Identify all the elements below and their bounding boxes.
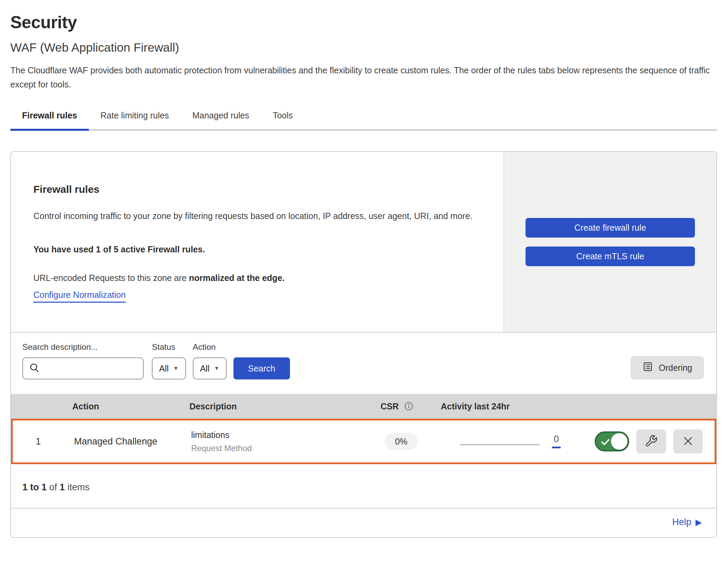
check-icon [600, 438, 611, 448]
edit-rule-button[interactable] [636, 429, 666, 453]
page-subtitle: WAF (Web Application Firewall) [10, 41, 717, 54]
firewall-rules-panel: Firewall rules Control incoming traffic … [10, 151, 717, 538]
chevron-down-icon: ▼ [214, 365, 219, 372]
header-activity: Activity last 24hr [441, 401, 581, 411]
header-description: Description [179, 401, 358, 411]
tab-tools[interactable]: Tools [261, 107, 304, 129]
rule-action: Managed Challenge [64, 436, 181, 447]
rule-expression: Request Method [191, 443, 360, 453]
action-dropdown-value: All [200, 364, 210, 374]
normalization-text-prefix: URL-encoded Requests to this zone are [33, 273, 189, 283]
rule-order: 1 [13, 436, 64, 447]
ordering-button-label: Ordering [659, 363, 692, 373]
card-body-text: Control incoming traffic to your zone by… [33, 208, 479, 224]
header-csr-label: CSR [381, 401, 399, 411]
status-dropdown[interactable]: All ▼ [152, 357, 186, 379]
pagination-items: items [67, 482, 90, 492]
tab-rate-limiting-rules[interactable]: Rate limiting rules [89, 107, 181, 129]
activity-sparkline [460, 444, 540, 445]
action-filter-group: Action All ▼ [193, 342, 234, 379]
search-icon [29, 362, 40, 375]
rule-activity-cell: 0 [443, 435, 580, 448]
create-firewall-rule-button[interactable]: Create firewall rule [526, 218, 695, 238]
search-button[interactable]: Search [233, 357, 290, 379]
firewall-rule-row[interactable]: 1 Managed Challenge limitations Request … [11, 419, 716, 464]
rule-csr-cell: 0% [360, 433, 443, 450]
ordering-button[interactable]: Ordering [631, 356, 704, 379]
page-title: Security [10, 12, 717, 32]
security-waf-page: Security WAF (Web Application Firewall) … [0, 0, 728, 538]
normalization-text: URL-encoded Requests to this zone are no… [33, 273, 479, 283]
search-box[interactable] [22, 357, 144, 379]
header-action: Action [62, 401, 179, 411]
filter-bar: Search description... Status All [11, 332, 716, 394]
info-icon[interactable] [404, 401, 414, 411]
configure-normalization-link[interactable]: Configure Normalization [33, 290, 126, 303]
help-link[interactable]: Help ▶ [672, 517, 702, 528]
activity-count-link[interactable]: 0 [552, 435, 561, 448]
rule-description: limitations [191, 430, 360, 440]
search-description-group: Search description... [22, 342, 152, 379]
create-buttons-panel: Create firewall rule Create mTLS rule [503, 152, 716, 332]
status-filter-group: Status All ▼ [152, 342, 193, 379]
tab-managed-rules[interactable]: Managed rules [180, 107, 261, 129]
status-label: Status [152, 342, 193, 352]
chevron-down-icon: ▼ [173, 365, 179, 372]
usage-text: You have used 1 of 5 active Firewall rul… [33, 244, 479, 254]
ordering-list-icon [642, 361, 653, 374]
rule-controls [580, 429, 715, 453]
tab-bar: Firewall rules Rate limiting rules Manag… [10, 107, 717, 130]
wrench-icon [645, 435, 658, 449]
pagination-of: of [49, 482, 57, 492]
panel-footer: Help ▶ [11, 508, 716, 537]
filter-controls: Search description... Status All [22, 342, 290, 379]
help-arrow-icon: ▶ [696, 518, 702, 527]
pagination-range: 1 to 1 [22, 482, 47, 492]
rule-enabled-toggle[interactable] [595, 431, 629, 451]
pagination-summary: 1 to 1 of 1 items [11, 464, 716, 508]
header-csr: CSR [358, 401, 441, 411]
rule-description-cell: limitations Request Method [181, 430, 360, 453]
create-mtls-rule-button[interactable]: Create mTLS rule [526, 247, 695, 266]
delete-rule-button[interactable] [673, 429, 703, 453]
close-icon [682, 435, 694, 448]
toggle-knob [611, 433, 627, 450]
search-input[interactable] [40, 364, 126, 374]
status-dropdown-value: All [159, 364, 169, 374]
firewall-rules-card-text: Firewall rules Control incoming traffic … [11, 152, 503, 332]
help-link-label: Help [672, 517, 691, 528]
normalization-text-bold: normalized at the edge. [189, 273, 285, 283]
table-header-row: Action Description CSR Activity last 24h… [11, 394, 716, 419]
firewall-rules-card: Firewall rules Control incoming traffic … [11, 152, 716, 332]
search-description-label: Search description... [22, 342, 152, 352]
page-description: The Cloudflare WAF provides both automat… [10, 63, 716, 91]
csr-badge: 0% [385, 433, 418, 450]
card-heading: Firewall rules [33, 184, 479, 195]
pagination-total: 1 [60, 482, 65, 492]
action-dropdown[interactable]: All ▼ [193, 357, 227, 379]
tab-firewall-rules[interactable]: Firewall rules [10, 107, 89, 131]
action-label: Action [193, 342, 234, 352]
